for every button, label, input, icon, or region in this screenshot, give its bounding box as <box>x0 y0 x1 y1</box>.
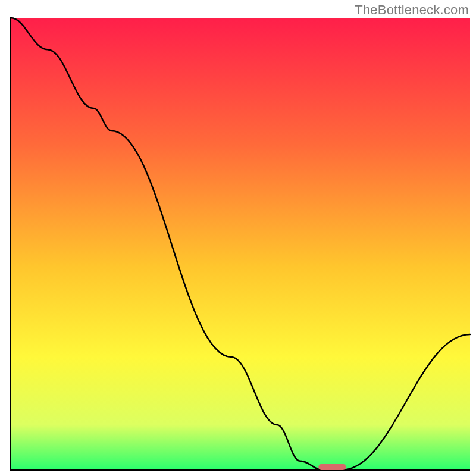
optimal-marker <box>318 464 346 470</box>
chart-background <box>11 18 470 470</box>
bottleneck-chart <box>0 0 476 476</box>
watermark-text: TheBottleneck.com <box>355 2 469 18</box>
chart-stage: TheBottleneck.com <box>0 0 476 476</box>
